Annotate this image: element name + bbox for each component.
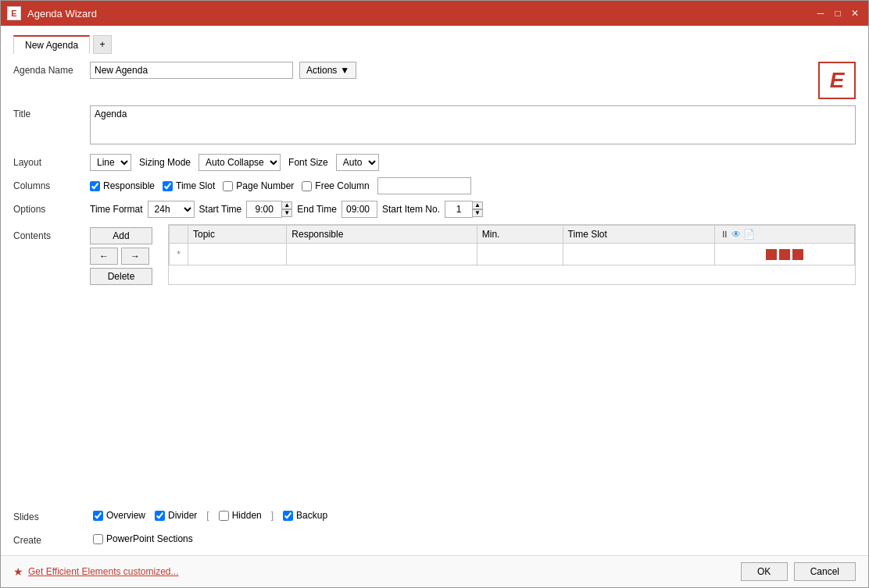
- timeslot-cell[interactable]: [563, 244, 715, 265]
- agenda-name-input[interactable]: [90, 62, 293, 79]
- right-arrow-button[interactable]: →: [121, 248, 149, 265]
- maximize-button[interactable]: □: [831, 6, 845, 20]
- layout-options: Line Sizing Mode Auto Collapse Font Size…: [90, 154, 379, 171]
- hidden-bracket-close: ]: [271, 510, 274, 521]
- overview-checkbox[interactable]: [93, 511, 103, 521]
- start-time-input[interactable]: [246, 201, 282, 218]
- item-no-down[interactable]: ▼: [472, 209, 483, 217]
- sizing-mode-label: Sizing Mode: [139, 157, 191, 168]
- topic-cell[interactable]: [188, 244, 287, 265]
- main-content: New Agenda + Agenda Name Actions ▼ E: [1, 26, 868, 555]
- responsible-cell[interactable]: [287, 244, 477, 265]
- action-icons-cell: [715, 244, 855, 265]
- promo-star-icon: ★: [13, 565, 23, 578]
- contents-table: Topic Responsible Min. Tim: [169, 225, 855, 265]
- contents-label: Contents: [13, 224, 84, 241]
- minimize-button[interactable]: ─: [814, 6, 828, 20]
- promo-area: ★ Get Efficient Elements customized...: [13, 565, 741, 578]
- item-no-up[interactable]: ▲: [472, 201, 483, 209]
- freecolumn-checkbox-label[interactable]: Free Column: [302, 180, 369, 191]
- ppt-sections-checkbox-label[interactable]: PowerPoint Sections: [93, 533, 193, 544]
- pause-header-icon: ⏸: [720, 229, 729, 240]
- actions-button[interactable]: Actions ▼: [299, 62, 356, 79]
- col-icons-header: ⏸ 👁 📄: [715, 226, 855, 244]
- cancel-button[interactable]: Cancel: [794, 562, 856, 581]
- ok-button[interactable]: OK: [741, 562, 788, 581]
- columns-label: Columns: [13, 177, 84, 191]
- hidden-bracket-open: [: [206, 510, 209, 521]
- titlebar: E Agenda Wizard ─ □ ✕: [1, 1, 868, 26]
- timeslot-checkbox-label[interactable]: Time Slot: [163, 180, 215, 191]
- pagenumber-checkbox-label[interactable]: Page Number: [223, 180, 294, 191]
- col-topic: Topic: [188, 226, 287, 244]
- contents-table-container: Topic Responsible Min. Tim: [168, 224, 856, 285]
- col-min: Min.: [477, 226, 563, 244]
- start-time-label: Start Time: [199, 204, 242, 215]
- contents-row: Contents Add ← → Delete: [13, 224, 856, 499]
- columns-row: Columns Responsible Time Slot Page Numbe…: [13, 177, 856, 194]
- left-arrow-button[interactable]: ←: [90, 248, 118, 265]
- promo-text[interactable]: Get Efficient Elements customized...: [28, 566, 179, 577]
- time-format-select[interactable]: 24h: [148, 201, 195, 218]
- col-responsible: Responsible: [287, 226, 477, 244]
- responsible-checkbox[interactable]: [90, 181, 100, 191]
- star-cell: *: [170, 244, 188, 265]
- freecolumn-text-input[interactable]: [377, 177, 471, 194]
- tab-add-button[interactable]: +: [93, 35, 112, 54]
- start-time-spinner: ▲ ▼: [246, 201, 292, 218]
- doc-header-icon: 📄: [743, 229, 755, 240]
- columns-options: Responsible Time Slot Page Number Free C…: [90, 177, 471, 194]
- overview-checkbox-label[interactable]: Overview: [93, 510, 145, 521]
- ppt-sections-checkbox[interactable]: [93, 534, 103, 544]
- start-time-up[interactable]: ▲: [281, 201, 292, 209]
- contents-sidebar: Add ← → Delete: [90, 224, 168, 285]
- time-format-label: Time Format: [90, 204, 143, 215]
- font-size-select[interactable]: Auto: [336, 154, 379, 171]
- hidden-checkbox-label[interactable]: Hidden: [219, 510, 262, 521]
- pagenumber-checkbox[interactable]: [223, 181, 233, 191]
- font-size-label: Font Size: [288, 157, 328, 168]
- table-row: *: [170, 244, 855, 265]
- hidden-checkbox[interactable]: [219, 511, 229, 521]
- tab-new-agenda[interactable]: New Agenda: [13, 35, 90, 54]
- layout-select[interactable]: Line: [90, 154, 131, 171]
- backup-checkbox[interactable]: [283, 511, 293, 521]
- slides-label: Slides: [13, 508, 84, 522]
- backup-checkbox-label[interactable]: Backup: [283, 510, 327, 521]
- freecolumn-checkbox[interactable]: [302, 181, 312, 191]
- end-time-input[interactable]: [342, 201, 377, 218]
- window-controls: ─ □ ✕: [814, 6, 862, 20]
- add-button[interactable]: Add: [90, 227, 152, 244]
- col-empty: [170, 226, 188, 244]
- action-icon-1[interactable]: [766, 249, 777, 260]
- tab-bar: New Agenda +: [13, 35, 856, 54]
- start-time-down[interactable]: ▼: [281, 209, 292, 217]
- options-controls: Time Format 24h Start Time ▲ ▼ End Time: [90, 201, 483, 218]
- divider-checkbox-label[interactable]: Divider: [155, 510, 197, 521]
- options-row: Options Time Format 24h Start Time ▲ ▼: [13, 201, 856, 218]
- logo-box: E: [818, 62, 856, 99]
- action-icon-3[interactable]: [792, 249, 803, 260]
- app-icon: E: [7, 6, 21, 20]
- sizing-mode-select[interactable]: Auto Collapse: [198, 154, 281, 171]
- agenda-name-label: Agenda Name: [13, 62, 84, 76]
- eye-header-icon: 👁: [731, 229, 741, 240]
- start-item-no-spinner: ▲ ▼: [445, 201, 483, 218]
- arrow-buttons: ← →: [90, 248, 162, 265]
- bottom-bar: ★ Get Efficient Elements customized... O…: [1, 555, 868, 587]
- title-row: Title: [13, 105, 856, 144]
- action-icon-2[interactable]: [779, 249, 790, 260]
- min-cell[interactable]: [477, 244, 563, 265]
- agenda-name-row: Agenda Name Actions ▼ E: [13, 62, 856, 99]
- timeslot-checkbox[interactable]: [163, 181, 173, 191]
- close-button[interactable]: ✕: [848, 6, 862, 20]
- title-textarea[interactable]: [90, 105, 856, 144]
- responsible-checkbox-label[interactable]: Responsible: [90, 180, 155, 191]
- start-item-no-input[interactable]: [445, 201, 473, 218]
- delete-button[interactable]: Delete: [90, 268, 152, 285]
- divider-checkbox[interactable]: [155, 511, 165, 521]
- layout-label: Layout: [13, 154, 84, 168]
- contents-area: Add ← → Delete: [90, 224, 856, 285]
- layout-row: Layout Line Sizing Mode Auto Collapse Fo…: [13, 154, 856, 171]
- start-item-no-label: Start Item No.: [382, 204, 440, 215]
